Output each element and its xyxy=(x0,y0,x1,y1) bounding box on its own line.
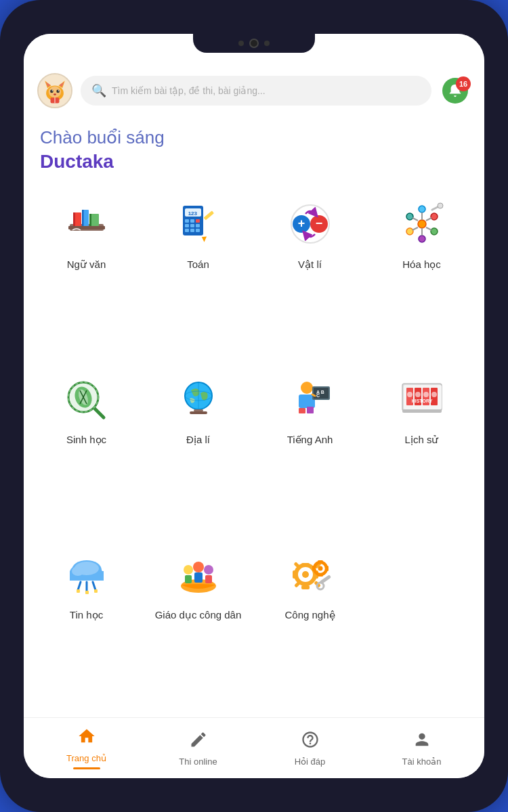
nav-tai-khoan[interactable]: Tài khoản xyxy=(398,730,446,767)
notch-dot2 xyxy=(264,41,270,46)
svg-point-88 xyxy=(431,392,437,397)
technology-icon xyxy=(283,547,337,602)
svg-rect-26 xyxy=(190,219,194,223)
greeting-line2: Ductaka xyxy=(40,151,468,173)
search-bar[interactable]: 🔍 Tìm kiếm bài tập, đề thi, bài giảng... xyxy=(81,76,431,106)
nav-thi-online[interactable]: Thi online xyxy=(175,730,222,767)
svg-rect-121 xyxy=(318,560,323,563)
books-icon xyxy=(60,197,114,251)
subject-cong-nghe[interactable]: Công nghệ xyxy=(254,539,366,712)
nav-active-indicator xyxy=(73,767,100,769)
svg-line-49 xyxy=(426,218,431,221)
svg-rect-76 xyxy=(299,408,305,413)
search-icon: 🔍 xyxy=(91,83,106,98)
subject-toan[interactable]: 123 xyxy=(142,189,254,361)
svg-point-95 xyxy=(72,566,84,576)
svg-point-45 xyxy=(419,235,425,242)
subject-tieng-anh[interactable]: A B C Tiếng Anh xyxy=(254,364,366,537)
subject-ngu-van[interactable]: Ngữ văn xyxy=(30,189,142,361)
edit-icon xyxy=(189,730,208,754)
nav-label-tai-khoan: Tài khoản xyxy=(402,757,442,767)
svg-point-105 xyxy=(193,562,204,572)
subject-label-hoa-hoc: Hóa học xyxy=(402,258,441,271)
svg-rect-32 xyxy=(190,229,194,232)
notification-bell[interactable]: 16 xyxy=(440,75,471,106)
subject-tin-hoc[interactable]: Tin học xyxy=(30,539,142,712)
svg-rect-113 xyxy=(293,570,297,579)
svg-rect-25 xyxy=(185,219,189,223)
svg-rect-17 xyxy=(73,212,75,226)
subject-sinh-hoc[interactable]: Sinh học xyxy=(30,364,142,537)
svg-point-10 xyxy=(58,90,59,91)
notification-badge: 16 xyxy=(456,76,471,91)
svg-line-98 xyxy=(93,582,96,590)
phone-frame: 🔍 Tìm kiếm bài tập, đề thi, bài giảng...… xyxy=(0,0,508,812)
svg-rect-77 xyxy=(307,407,314,413)
notch-camera xyxy=(249,39,259,48)
svg-rect-101 xyxy=(94,589,98,593)
svg-rect-111 xyxy=(301,563,310,567)
subject-label-tieng-anh: Tiếng Anh xyxy=(287,433,333,447)
subject-lich-su[interactable]: HISTORY Lịch sử xyxy=(366,364,478,537)
svg-rect-68 xyxy=(190,411,207,414)
svg-point-120 xyxy=(318,566,322,571)
physics-icon: + − xyxy=(283,197,337,251)
svg-point-110 xyxy=(302,571,309,578)
subject-label-vat-li: Vật lí xyxy=(298,258,322,271)
nav-trang-chu[interactable]: Trang chủ xyxy=(63,727,110,769)
svg-point-43 xyxy=(431,213,438,220)
svg-rect-21 xyxy=(89,214,91,226)
svg-rect-104 xyxy=(185,575,192,583)
subject-giao-duc[interactable]: Giáo dục công dân xyxy=(142,539,254,712)
nav-hoi-dap[interactable]: Hỏi đáp xyxy=(287,730,334,767)
svg-rect-19 xyxy=(82,210,84,226)
avatar[interactable] xyxy=(37,73,72,108)
svg-line-96 xyxy=(78,582,81,590)
chemistry-icon xyxy=(395,197,449,251)
svg-point-87 xyxy=(423,392,429,397)
subject-label-sinh-hoc: Sinh học xyxy=(66,433,106,447)
svg-rect-122 xyxy=(318,574,323,577)
svg-text:HISTORY: HISTORY xyxy=(411,399,432,403)
svg-line-53 xyxy=(412,218,418,221)
nav-label-thi-online: Thi online xyxy=(179,757,217,767)
svg-rect-34 xyxy=(203,210,213,220)
subject-label-toan: Toán xyxy=(187,258,209,271)
svg-line-52 xyxy=(412,227,418,230)
svg-rect-89 xyxy=(402,409,442,413)
svg-rect-112 xyxy=(301,585,310,589)
header: 🔍 Tìm kiếm bài tập, đề thi, bài giảng...… xyxy=(24,68,484,116)
svg-rect-31 xyxy=(185,229,189,232)
nav-label-trang-chu: Trang chủ xyxy=(66,753,106,763)
bottom-nav: Trang chủ Thi online Hỏi đáp xyxy=(24,717,484,778)
subject-label-dia-li: Địa lí xyxy=(186,433,210,447)
svg-point-103 xyxy=(184,565,193,574)
svg-point-69 xyxy=(301,382,313,394)
status-bar xyxy=(24,34,484,68)
question-icon xyxy=(301,730,320,754)
nav-label-hoi-dap: Hỏi đáp xyxy=(295,757,326,767)
subject-vat-li[interactable]: + − xyxy=(254,189,366,361)
phone-screen: 🔍 Tìm kiếm bài tập, đề thi, bài giảng...… xyxy=(24,34,484,778)
svg-rect-106 xyxy=(194,572,203,583)
subject-hoa-hoc[interactable]: Hóa học xyxy=(366,189,478,361)
svg-rect-33 xyxy=(196,229,200,232)
svg-point-55 xyxy=(438,203,443,208)
svg-point-47 xyxy=(406,213,413,220)
svg-point-8 xyxy=(56,90,60,93)
svg-point-7 xyxy=(50,90,54,93)
svg-line-50 xyxy=(426,227,431,230)
svg-marker-35 xyxy=(200,234,208,242)
subject-label-tin-hoc: Tin học xyxy=(70,608,103,622)
biology-icon xyxy=(60,372,114,426)
svg-rect-123 xyxy=(312,566,315,571)
notch-dot xyxy=(238,41,244,46)
svg-point-46 xyxy=(406,228,413,235)
person-icon xyxy=(412,730,431,754)
geography-icon xyxy=(171,372,226,426)
svg-point-44 xyxy=(431,228,438,235)
svg-text:123: 123 xyxy=(188,210,197,217)
civic-icon xyxy=(171,547,226,602)
subject-label-cong-nghe: Công nghệ xyxy=(284,608,335,622)
subject-dia-li[interactable]: Địa lí xyxy=(142,364,254,537)
